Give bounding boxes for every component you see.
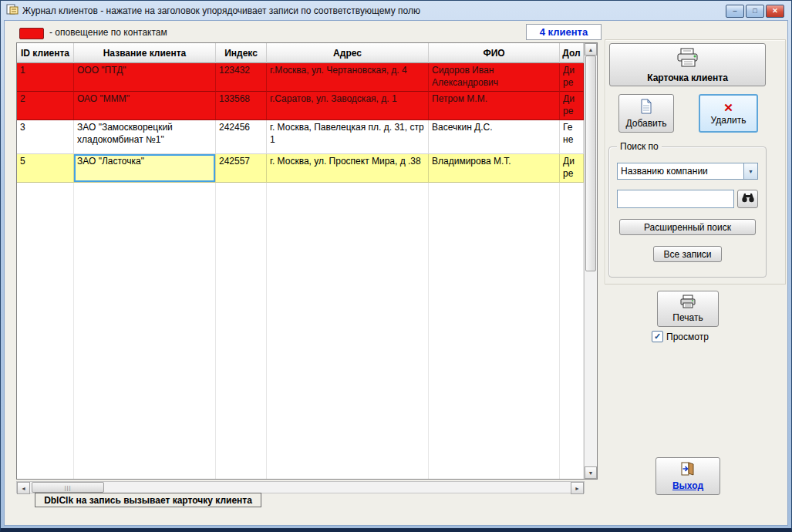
search-group-title: Поиск по <box>617 141 662 152</box>
preview-checkbox-label: Просмотр <box>666 332 709 342</box>
app-icon <box>6 3 19 19</box>
checkbox-checked-icon[interactable]: ✓ <box>652 331 663 342</box>
search-groupbox: Поиск по Названию компании ▼ Расширенн <box>608 146 767 278</box>
table-cell-name[interactable]: ООО "ПТД" <box>74 63 216 92</box>
column-header[interactable]: ФИО <box>429 43 560 63</box>
table-cell-address[interactable]: г. Москва, ул. Проспект Мира, д .38 <box>267 154 429 183</box>
preview-checkbox-row[interactable]: ✓ Просмотр <box>652 331 709 342</box>
table-cell-id[interactable]: 2 <box>17 92 74 120</box>
dblclick-hint: DblClk на запись вызывает карточку клиен… <box>35 493 261 507</box>
table-empty-area <box>429 183 560 479</box>
client-card-button[interactable]: Карточка клиента <box>609 43 766 86</box>
add-button-label: Добавить <box>625 118 666 129</box>
print-button-label: Печать <box>672 312 703 323</box>
scroll-left-icon[interactable]: ◄ <box>17 482 30 494</box>
table-cell-zip[interactable]: 242456 <box>216 120 267 154</box>
column-header[interactable]: Название клиента <box>74 43 216 63</box>
table-empty-area <box>560 183 584 479</box>
table-cell-person[interactable]: Владимирова М.Т. <box>429 154 560 183</box>
table-cell-address[interactable]: г.Москва, ул. Чертановская, д. 4 <box>267 63 429 92</box>
table-cell-address[interactable]: г. Москва, Павелецкая пл. д. 31, стр 1 <box>267 120 429 154</box>
table-empty-area <box>17 183 74 479</box>
table-cell-id[interactable]: 3 <box>17 120 74 154</box>
exit-button[interactable]: Выход <box>656 457 720 495</box>
table-empty-area <box>216 183 267 479</box>
alert-legend-label: - оповещение по контактам <box>49 27 167 38</box>
table-cell-position[interactable]: Ге не <box>560 120 584 154</box>
table-cell-zip[interactable]: 133568 <box>216 92 267 120</box>
table-cell-name[interactable]: ЗАО "Ласточка" <box>74 154 216 183</box>
table-cell-address[interactable]: г.Саратов, ул. Заводская, д. 1 <box>267 92 429 120</box>
window-title: Журнал клиентов - нажатие на заголовок у… <box>22 5 722 16</box>
find-button[interactable] <box>737 190 758 208</box>
app-window: Журнал клиентов - нажатие на заголовок у… <box>0 0 792 532</box>
exit-button-label: Выход <box>672 480 703 491</box>
horizontal-scroll-track[interactable]: ||| <box>30 482 571 493</box>
search-field-select[interactable]: Названию компании ▼ <box>617 163 758 180</box>
horizontal-scroll-thumb[interactable]: ||| <box>32 482 104 493</box>
vertical-scroll-track[interactable] <box>585 56 597 466</box>
table-cell-position[interactable]: Ди ре <box>560 92 584 120</box>
client-count-badge: 4 клиента <box>526 24 602 40</box>
table-cell-person[interactable]: Сидоров Иван Александрович <box>429 63 560 92</box>
printer-icon <box>679 295 696 311</box>
scroll-right-icon[interactable]: ► <box>571 482 584 494</box>
client-card-label: Карточка клиента <box>647 72 728 83</box>
minimize-button[interactable]: – <box>726 5 744 18</box>
search-field-value: Названию компании <box>618 166 743 177</box>
chevron-down-icon[interactable]: ▼ <box>743 163 757 179</box>
table-cell-position[interactable]: Ди ре <box>560 63 584 92</box>
client-card-icon <box>676 47 700 71</box>
column-header[interactable]: Адрес <box>267 43 429 63</box>
delete-x-icon: ✕ <box>723 102 733 113</box>
maximize-button[interactable]: □ <box>746 5 764 18</box>
horizontal-scrollbar[interactable]: ◄ ||| ► <box>16 481 585 493</box>
client-area: - оповещение по контактам 4 клиента ID к… <box>4 20 788 526</box>
column-header[interactable]: ID клиента <box>17 43 74 63</box>
advanced-search-button[interactable]: Расширенный поиск <box>619 219 756 235</box>
scroll-down-icon[interactable]: ▼ <box>585 466 597 479</box>
table-cell-name[interactable]: ОАО "МММ" <box>74 92 216 120</box>
client-table-wrap: ID клиентаНазвание клиентаИндексАдресФИО… <box>16 42 598 480</box>
table-cell-name[interactable]: ЗАО "Замоскворецкий хладокомбинат №1" <box>74 120 216 154</box>
alert-color-swatch <box>19 28 44 39</box>
binoculars-icon <box>741 193 755 205</box>
scroll-up-icon[interactable]: ▲ <box>585 43 597 56</box>
close-button[interactable]: ✕ <box>766 5 784 18</box>
delete-button[interactable]: ✕ Удалить <box>699 94 758 133</box>
table-cell-person[interactable]: Васечкин Д.С. <box>429 120 560 154</box>
column-header[interactable]: Индекс <box>216 43 267 63</box>
column-header[interactable]: Дол <box>560 43 584 63</box>
table-cell-zip[interactable]: 242557 <box>216 154 267 183</box>
client-table[interactable]: ID клиентаНазвание клиентаИндексАдресФИО… <box>17 43 584 479</box>
add-document-icon <box>640 99 652 116</box>
vertical-scrollbar[interactable]: ▲ ▼ <box>584 43 597 479</box>
table-cell-id[interactable]: 1 <box>17 63 74 92</box>
exit-door-icon <box>680 461 696 479</box>
table-empty-area <box>74 183 216 479</box>
table-cell-person[interactable]: Петром М.М. <box>429 92 560 120</box>
vertical-scroll-thumb[interactable] <box>585 56 596 271</box>
search-input[interactable] <box>617 190 734 208</box>
title-bar[interactable]: Журнал клиентов - нажатие на заголовок у… <box>4 1 788 20</box>
all-records-button[interactable]: Все записи <box>653 246 722 262</box>
add-button[interactable]: Добавить <box>618 94 674 133</box>
print-button[interactable]: Печать <box>657 291 719 327</box>
table-cell-position[interactable]: Ди ре <box>560 154 584 183</box>
table-cell-id[interactable]: 5 <box>17 154 74 183</box>
table-empty-area <box>267 183 429 479</box>
delete-button-label: Удалить <box>711 115 747 126</box>
table-cell-zip[interactable]: 123432 <box>216 63 267 92</box>
